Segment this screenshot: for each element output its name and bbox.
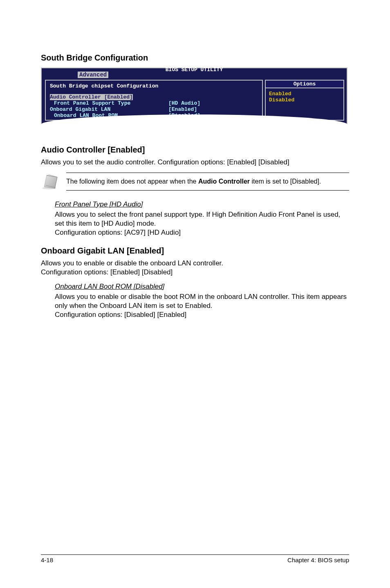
bios-screenshot: BIOS SETUP UTILITY Advanced South Bridge… <box>41 67 347 125</box>
bios-row-gigabit-lan: Onboard Gigabit LAN [Enabled] <box>50 106 258 112</box>
options-body: Enabled Disabled <box>266 88 343 105</box>
front-panel-l2: Configuration options: [AC97] [HD Audio] <box>55 228 349 237</box>
bios-label: Onboard Gigabit LAN <box>50 106 168 112</box>
front-panel-title: Front Panel Type [HD Audio] <box>55 200 349 209</box>
bios-value: [Enabled] <box>104 94 133 100</box>
bios-row-audio-controller: Audio Controller [Enabled] <box>50 94 133 100</box>
footer-right: Chapter 4: BIOS setup <box>287 557 349 563</box>
front-panel-block: Front Panel Type [HD Audio] Allows you t… <box>55 200 349 237</box>
bios-row-front-panel: Front Panel Support Type [HD Audio] <box>50 100 258 106</box>
options-header: Options <box>266 81 343 88</box>
gigabit-l1: Allows you to enable or disable the onbo… <box>41 259 349 268</box>
bios-value: [Enabled] <box>168 106 197 112</box>
lan-boot-block: Onboard LAN Boot ROM [Disabled] Allows y… <box>55 283 349 319</box>
note-pre: The following item does not appear when … <box>66 178 198 185</box>
note-text: The following item does not appear when … <box>66 173 349 191</box>
bios-panel-header: South Bridge chipset Configuration <box>50 83 258 89</box>
gigabit-heading: Onboard Gigabit LAN [Enabled] <box>41 246 349 256</box>
note-icon <box>41 173 60 190</box>
option-disabled: Disabled <box>269 97 340 103</box>
gigabit-l2: Configuration options: [Enabled] [Disabl… <box>41 268 349 277</box>
footer-left: 4-18 <box>41 557 53 563</box>
note-box: The following item does not appear when … <box>41 173 349 191</box>
lan-boot-l2: Configuration options: [Disabled] [Enabl… <box>55 310 349 319</box>
bios-label: Audio Controller <box>50 94 101 100</box>
bios-label: Front Panel Support Type <box>54 100 168 106</box>
lan-boot-title: Onboard LAN Boot ROM [Disabled] <box>55 283 349 291</box>
bios-value: [HD Audio] <box>168 100 200 106</box>
bios-tab-advanced: Advanced <box>78 72 108 78</box>
page-footer: 4-18 Chapter 4: BIOS setup <box>41 554 349 563</box>
bios-right-panel: Options Enabled Disabled <box>265 80 344 121</box>
option-enabled: Enabled <box>269 91 340 97</box>
section-title: South Bridge Configuration <box>41 53 349 63</box>
note-post: item is set to [Disabled]. <box>250 178 321 185</box>
audio-controller-body: Allows you to set the audio controller. … <box>41 158 349 167</box>
front-panel-l1: Allows you to select the front panel sup… <box>55 210 349 228</box>
lan-boot-l1: Allows you to enable or disable the boot… <box>55 292 349 310</box>
note-bold: Audio Controller <box>198 178 250 185</box>
audio-controller-heading: Audio Controller [Enabled] <box>41 145 349 155</box>
